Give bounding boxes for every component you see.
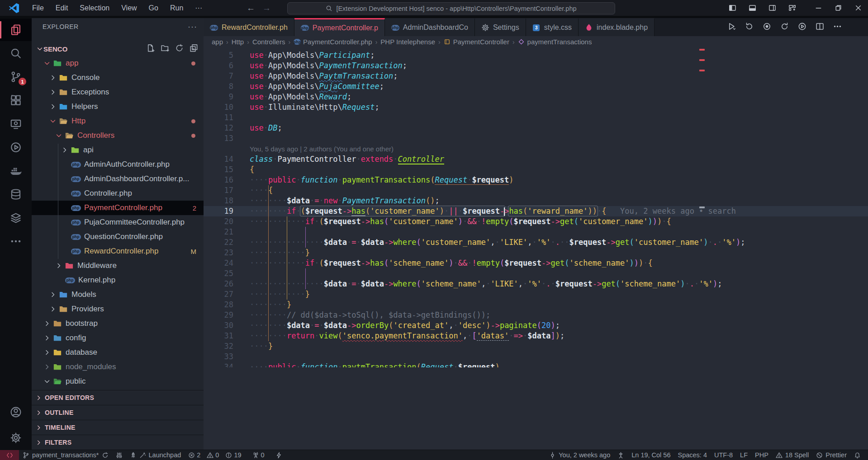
breadcrumb-paymentcontroller-php[interactable]: phpPaymentController.php xyxy=(294,38,372,46)
tree-item-exceptions[interactable]: Exceptions xyxy=(32,85,204,99)
breadcrumb-http[interactable]: Http xyxy=(232,38,244,46)
activity-explorer[interactable] xyxy=(0,19,32,41)
split-button[interactable] xyxy=(816,22,824,33)
code-line-26[interactable]: 26················$data·=·$data->where('… xyxy=(204,279,868,289)
run-button[interactable] xyxy=(727,22,736,33)
code-line-27[interactable]: 27············} xyxy=(204,289,868,300)
tree-item-questioncontroller-php[interactable]: phpQuestionController.php xyxy=(32,230,204,244)
toggle-primary-sidebar-button[interactable] xyxy=(722,0,742,16)
activity-extensions[interactable] xyxy=(0,89,32,112)
tree-item-api[interactable]: api xyxy=(32,143,204,157)
tree-item-node-modules[interactable]: node_modules xyxy=(32,360,204,374)
collapse-all-button[interactable] xyxy=(190,44,198,54)
breadcrumb-controllers[interactable]: Controllers xyxy=(252,38,285,46)
activity-remote-explorer[interactable] xyxy=(0,113,32,135)
code-line-16[interactable]: 16····public·function·paymentTransaction… xyxy=(204,175,868,185)
nav-back-arrow[interactable]: ← xyxy=(247,3,255,13)
menu-view[interactable]: View xyxy=(115,2,142,14)
code-line-33[interactable]: 33 xyxy=(204,352,868,362)
code-line-10[interactable]: 10use·Illuminate\Http\Request; xyxy=(204,102,868,113)
activity-layers[interactable] xyxy=(0,207,32,229)
nav-forward-button[interactable] xyxy=(780,22,789,33)
status-notifications[interactable] xyxy=(850,450,864,460)
status-tune[interactable] xyxy=(112,450,126,460)
menu-selection[interactable]: Selection xyxy=(74,2,115,14)
minimize-button[interactable] xyxy=(808,0,828,16)
status-encoding[interactable]: UTF-8 xyxy=(711,450,736,460)
tree-item-providers[interactable]: Providers xyxy=(32,302,204,316)
activity-source-control[interactable]: 1 xyxy=(0,66,32,88)
toggle-secondary-sidebar-button[interactable] xyxy=(762,0,782,16)
code-editor[interactable]: 5use·App\Models\Participant;6use·App\Mod… xyxy=(204,47,868,367)
record-button[interactable] xyxy=(763,22,771,33)
tree-item-controllers[interactable]: Controllers xyxy=(32,128,204,143)
code-line-28[interactable]: 28········} xyxy=(204,300,868,310)
code-line-6[interactable]: 6use·App\Models\PaymentTransaction; xyxy=(204,61,868,71)
code-line-5[interactable]: 5use·App\Models\Participant; xyxy=(204,50,868,61)
code-line-15[interactable]: 15{ xyxy=(204,164,868,175)
tree-item-public[interactable]: public xyxy=(32,374,204,389)
status-language-mode[interactable]: PHP xyxy=(751,450,772,460)
nav-back-button[interactable] xyxy=(745,22,754,33)
status-spell-checker[interactable]: 18 Spell xyxy=(772,450,812,460)
new-file-button[interactable] xyxy=(146,44,155,54)
code-line-31[interactable]: 31········return·view('senco.paymentTran… xyxy=(204,331,868,341)
refresh-button[interactable] xyxy=(175,44,184,54)
nav-forward-arrow[interactable]: → xyxy=(262,3,271,13)
code-line-19[interactable]: 19········if·($request->has('customer_na… xyxy=(204,206,868,216)
code-line-20[interactable]: 20············if·($request->has('custome… xyxy=(204,216,868,227)
toggle-panel-button[interactable] xyxy=(742,0,762,16)
tree-item-controller-php[interactable]: phpController.php xyxy=(32,186,204,201)
new-folder-button[interactable] xyxy=(161,44,169,54)
section-outline[interactable]: OUTLINE xyxy=(32,405,204,420)
activity-accounts[interactable] xyxy=(0,401,32,423)
menu-go[interactable]: Go xyxy=(143,2,164,14)
status-launchpad[interactable]: Launchpad xyxy=(126,450,185,460)
tab-style-css[interactable]: 3style.css xyxy=(526,18,579,36)
code-line-18[interactable]: 18········$data·=·new·PaymentTransaction… xyxy=(204,196,868,206)
tab-paymentcontroller-p[interactable]: phpPaymentController.p xyxy=(294,18,385,36)
breadcrumb-paymenttransactions[interactable]: paymentTransactions xyxy=(518,38,592,46)
tree-item-console[interactable]: Console xyxy=(32,70,204,85)
code-line-34[interactable]: 34····public·function·paytmTransaction(R… xyxy=(204,362,868,367)
activity-test-runner[interactable] xyxy=(0,136,32,159)
status-wand-tool[interactable] xyxy=(614,450,628,460)
tab-admindashboardco[interactable]: phpAdminDashboardCo xyxy=(385,18,475,36)
tab-settings[interactable]: Settings xyxy=(475,18,526,36)
tree-item-rewardcontroller-php[interactable]: phpRewardController.phpM xyxy=(32,244,204,258)
status-problems[interactable]: 2019 xyxy=(185,450,248,460)
code-line-25[interactable]: 25 xyxy=(204,268,868,279)
tree-item-config[interactable]: config xyxy=(32,331,204,345)
activity-docker[interactable] xyxy=(0,160,32,182)
activity-database[interactable] xyxy=(0,183,32,206)
status-indentation[interactable]: Spaces: 4 xyxy=(674,450,711,460)
code-line-30[interactable]: 30········$data·=·$data->orderBy('create… xyxy=(204,320,868,331)
status-eol[interactable]: LF xyxy=(736,450,751,460)
tree-item-http[interactable]: Http xyxy=(32,114,204,128)
tree-item-database[interactable]: database xyxy=(32,345,204,360)
tab-rewardcontroller-ph[interactable]: phpRewardController.ph xyxy=(204,18,294,36)
menu-edit[interactable]: Edit xyxy=(50,2,74,14)
tree-item-adminauthcontroller-php[interactable]: phpAdminAuthController.php xyxy=(32,157,204,172)
code-line-7[interactable]: 7use·App\Models\PaytmTransaction; xyxy=(204,71,868,81)
menu-run[interactable]: Run xyxy=(164,2,189,14)
activity-settings[interactable] xyxy=(0,427,32,449)
code-line-21[interactable]: 21 xyxy=(204,227,868,237)
code-line-29[interactable]: 29········// dd($data->toSql(), $data->g… xyxy=(204,310,868,320)
code-line-12[interactable]: 12use·DB; xyxy=(204,123,868,133)
tree-item-models[interactable]: Models xyxy=(32,287,204,302)
tree-item-pujacommitteecontroller-php[interactable]: phpPujaCommitteeController.php xyxy=(32,215,204,230)
tree-item-middleware[interactable]: Middleware xyxy=(32,258,204,273)
restore-button[interactable] xyxy=(828,0,848,16)
code-line-8[interactable]: 8use·App\Models\PujaCommittee; xyxy=(204,81,868,92)
customize-layout-button[interactable] xyxy=(782,0,802,16)
breadcrumb-paymentcontroller[interactable]: PaymentController xyxy=(444,38,509,46)
code-line-23[interactable]: 23············} xyxy=(204,248,868,258)
code-line-17[interactable]: 17····{ xyxy=(204,185,868,196)
tree-item-admindashboardcontroller-p[interactable]: phpAdminDashboardController.p... xyxy=(32,172,204,186)
explorer-more-actions-icon[interactable]: ··· xyxy=(188,22,197,32)
section-filters[interactable]: FILTERS xyxy=(32,435,204,450)
code-line-13[interactable]: 13 xyxy=(204,133,868,144)
ellipsis-h-button[interactable] xyxy=(833,22,842,33)
activity-more-views[interactable] xyxy=(0,230,32,253)
